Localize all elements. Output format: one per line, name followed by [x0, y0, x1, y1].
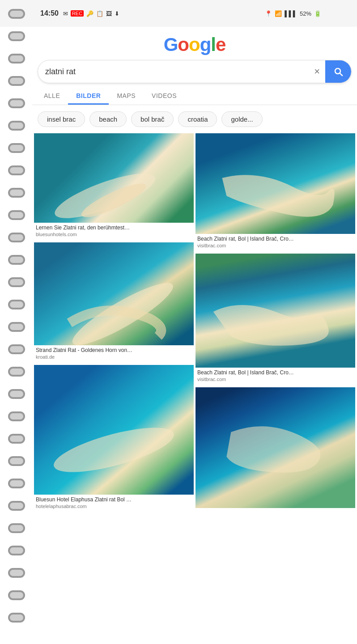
svg-point-3 [50, 419, 178, 481]
key-icon: 🔑 [86, 10, 94, 17]
signal-icon: ▌▌▌ [285, 10, 297, 17]
image-grid: Lernen Sie Zlatni rat, den berühmtest… b… [32, 133, 357, 514]
search-bar: × [38, 60, 352, 83]
google-logo: Google [32, 34, 357, 55]
image-card-6[interactable] [196, 387, 355, 514]
image-card-4[interactable]: Beach Zlatni rat, Bol | Island Brač, Cro… [196, 254, 355, 386]
image-3-caption: Strand Zlatni Rat - Goldenes Horn von… [34, 345, 194, 354]
image-1 [34, 133, 194, 223]
image-col-left: Lernen Sie Zlatni rat, den berühmtest… b… [34, 133, 194, 514]
spiral-loop-27 [8, 613, 25, 623]
logo-e: e [216, 34, 225, 55]
email-icon: ✉ [63, 10, 68, 17]
image-2-source: visitbrac.com [196, 243, 355, 252]
image-5 [34, 365, 194, 495]
chip-beach[interactable]: beach [89, 111, 127, 127]
spiral-loop-26 [8, 590, 25, 600]
battery-icon: 🔋 [314, 10, 321, 17]
spiral-loop-24 [8, 546, 25, 555]
image-card-2[interactable]: Beach Zlatni rat, Bol | Island Brač, Cro… [196, 133, 355, 252]
spiral-loop-7 [8, 165, 25, 175]
image-5-caption: Bluesun Hotel Elaphusa Zlatni rat Bol … [34, 495, 194, 504]
spiral-loop-13 [8, 300, 25, 309]
tab-maps[interactable]: MAPS [109, 87, 144, 105]
logo-o2: o [189, 34, 200, 55]
tab-bilder[interactable]: BILDER [68, 87, 109, 105]
spiral-loop-2 [8, 54, 25, 64]
spiral-loop-22 [8, 501, 25, 511]
search-icon [333, 66, 344, 77]
image-4-caption: Beach Zlatni rat, Bol | Island Brač, Cro… [196, 368, 355, 377]
spiral-loop-25 [8, 568, 25, 578]
tab-videos[interactable]: VIDEOS [144, 87, 185, 105]
spiral-loop-10 [8, 233, 25, 242]
location-icon: 📍 [265, 10, 272, 17]
image-card-1[interactable]: Lernen Sie Zlatni rat, den berühmtest… b… [34, 133, 194, 241]
tab-bar: ALLE BILDER MAPS VIDEOS [32, 87, 357, 105]
google-logo-area: Google [32, 27, 357, 60]
image-icon: 🖼 [106, 10, 112, 17]
svg-point-0 [51, 165, 160, 223]
rec-icon: REC [71, 10, 84, 17]
image-2-caption: Beach Zlatni rat, Bol | Island Brač, Cro… [196, 234, 355, 243]
spiral-loop-21 [8, 479, 25, 488]
search-bar-wrapper: × [32, 60, 357, 83]
tab-alle[interactable]: ALLE [36, 87, 68, 105]
clipboard-icon: 📋 [96, 10, 103, 17]
chip-insel-brac[interactable]: insel brac [38, 111, 85, 127]
battery-text: 52% [300, 10, 311, 17]
spiral-loop-17 [8, 389, 25, 399]
chip-golden[interactable]: golde... [221, 111, 262, 127]
spiral-loop-5 [8, 121, 25, 131]
chip-bol-brac[interactable]: bol brač [131, 111, 174, 127]
spiral-loop-23 [8, 523, 25, 533]
image-col-right: Beach Zlatni rat, Bol | Island Brač, Cro… [196, 133, 355, 514]
spiral-loop-15 [8, 344, 25, 354]
spiral-loop-9 [8, 210, 25, 220]
logo-l: l [211, 34, 216, 55]
status-right: 📍 📶 ▌▌▌ 52% 🔋 [265, 10, 321, 17]
status-time: 14:50 [40, 9, 59, 17]
spiral-binding [0, 0, 32, 644]
image-card-5[interactable]: Bluesun Hotel Elaphusa Zlatni rat Bol … … [34, 365, 194, 513]
spiral-loop-3 [8, 76, 25, 86]
filter-chips: insel brac beach bol brač croatia golde.… [32, 105, 357, 133]
spiral-loop-12 [8, 277, 25, 287]
image-3 [34, 242, 194, 345]
image-4 [196, 254, 355, 368]
status-bar: 14:50 ✉ REC 🔑 📋 🖼 ⬇ 📍 📶 ▌▌▌ 52% 🔋 [0, 0, 357, 27]
spiral-loop-14 [8, 322, 25, 332]
spiral-loop-6 [8, 143, 25, 153]
image-4-source: visitbrac.com [196, 377, 355, 386]
image-1-caption: Lernen Sie Zlatni rat, den berühmtest… [34, 223, 194, 232]
logo-o1: o [178, 34, 189, 55]
spiral-loop-8 [8, 188, 25, 198]
image-3-source: kroati.de [34, 354, 194, 363]
image-6 [196, 387, 355, 508]
logo-g2: g [200, 34, 211, 55]
image-1-source: bluesunhotels.com [34, 232, 194, 241]
spiral-loop-1 [8, 31, 25, 41]
search-submit-button[interactable] [325, 60, 351, 83]
image-2 [196, 133, 355, 234]
spiral-loop-19 [8, 434, 25, 444]
logo-g: G [164, 34, 178, 55]
spiral-loop-16 [8, 367, 25, 377]
spiral-loop-20 [8, 456, 25, 466]
chip-croatia[interactable]: croatia [178, 111, 217, 127]
search-input[interactable] [38, 67, 309, 76]
image-5-source: hotelelaphusabrac.com [34, 504, 194, 513]
spiral-loop-18 [8, 411, 25, 421]
status-icons: ✉ REC 🔑 📋 🖼 ⬇ [63, 10, 119, 17]
search-clear-button[interactable]: × [309, 66, 325, 77]
download-icon: ⬇ [115, 10, 119, 17]
spiral-loop-4 [8, 98, 25, 108]
wifi-icon: 📶 [275, 10, 282, 17]
spiral-loop-11 [8, 255, 25, 265]
image-6-source [196, 511, 355, 514]
image-card-3[interactable]: Strand Zlatni Rat - Goldenes Horn von… k… [34, 242, 194, 363]
